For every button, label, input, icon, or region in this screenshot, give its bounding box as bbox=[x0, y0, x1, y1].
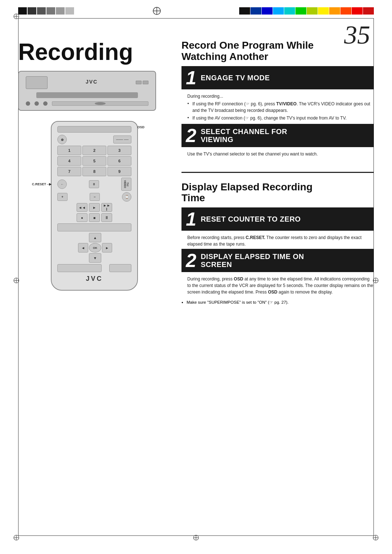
remote-btn-extra1[interactable] bbox=[57, 223, 131, 231]
remote-btn-extra3[interactable] bbox=[109, 264, 131, 272]
remote-btn-stop[interactable]: ■ bbox=[89, 213, 100, 222]
step-block-display: 2 DISPLAY ELAPSED TIME ON SCREEN bbox=[181, 249, 374, 272]
remote-btn-rewind[interactable]: ◄◄ bbox=[77, 203, 87, 212]
step-content-reset: Before recording starts, press C.RESET. … bbox=[181, 233, 374, 249]
remote-btn-pause[interactable]: II bbox=[101, 213, 112, 222]
dpad-empty-tl bbox=[78, 233, 88, 242]
reg-block bbox=[56, 7, 65, 15]
remote-btn-play[interactable]: ► bbox=[89, 203, 100, 212]
remote-transport-row2: ● ■ II bbox=[57, 213, 131, 222]
remote-btn-9[interactable]: 9 bbox=[107, 167, 131, 176]
reg-blocks-left bbox=[18, 7, 74, 15]
color-block-dark-red bbox=[363, 7, 374, 15]
reg-block bbox=[46, 7, 55, 15]
creset-label: C.RESET ─▶ bbox=[32, 182, 52, 186]
remote-btn-osd-right[interactable]: ─── ── bbox=[113, 136, 131, 143]
color-block-blue bbox=[262, 7, 273, 15]
remote-dpad: ▲ ◄ OK ► ▼ bbox=[78, 233, 111, 263]
remote-btn-plus[interactable]: + bbox=[57, 193, 68, 201]
color-block-yellow bbox=[318, 7, 329, 15]
section-record-while-watching: Record One Program While Watching Anothe… bbox=[181, 40, 374, 159]
corner-crosshair-bl bbox=[13, 534, 20, 541]
page-title: Recording bbox=[18, 40, 171, 64]
remote-btn-right[interactable]: ► bbox=[102, 243, 112, 252]
section-heading-2: Display Elapsed Recording Time bbox=[181, 182, 374, 204]
remote-btn-creset[interactable]: ← bbox=[57, 179, 67, 189]
left-column: Recording JVC bbox=[18, 40, 171, 532]
remote-btn-minus[interactable]: − bbox=[90, 193, 100, 201]
remote-btn-8[interactable]: 8 bbox=[82, 167, 106, 176]
remote-btn-0[interactable]: 0 bbox=[89, 180, 99, 188]
right-column: Record One Program While Watching Anothe… bbox=[181, 40, 374, 532]
top-border bbox=[18, 18, 374, 19]
section-heading-1: Record One Program While Watching Anothe… bbox=[181, 40, 374, 62]
remote-wrapper: OSD ◍ ─── ── 1 2 3 4 5 6 7 bbox=[18, 121, 171, 291]
remote-row-extra bbox=[57, 223, 131, 231]
remote-transport-row: ◄◄ ► ►► I bbox=[57, 203, 131, 212]
step-title-reset: RESET COUNTER TO ZERO bbox=[201, 215, 301, 223]
color-block-green bbox=[295, 7, 306, 15]
remote-btn-record[interactable]: ● bbox=[77, 213, 87, 222]
color-block-cyan bbox=[284, 7, 295, 15]
remote-btn-5[interactable]: 5 bbox=[82, 156, 106, 166]
reg-block bbox=[28, 7, 36, 15]
step-title-engage: ENGAGE TV MODE bbox=[201, 74, 270, 82]
main-content: Recording JVC bbox=[18, 40, 374, 532]
remote-btn-extra2[interactable] bbox=[57, 264, 102, 272]
section-divider bbox=[181, 172, 374, 173]
remote-btn-6[interactable]: 6 bbox=[107, 156, 131, 166]
vcr-button bbox=[34, 101, 39, 106]
center-crosshair bbox=[152, 7, 161, 15]
vcr-button bbox=[26, 101, 30, 106]
step-number-1b: 1 bbox=[186, 210, 196, 229]
remote-btn-left[interactable]: ◄ bbox=[78, 243, 88, 252]
color-block-red-orange bbox=[340, 7, 351, 15]
remote-btn-clock[interactable]: ⌚ bbox=[122, 192, 131, 202]
dpad-empty-bl bbox=[78, 253, 88, 263]
step-content-select: Use the TV's channel selector to set the… bbox=[181, 149, 374, 159]
color-block-cyan-blue bbox=[273, 7, 284, 15]
remote-btn-3[interactable]: 3 bbox=[107, 146, 131, 155]
remote-numpad: 1 2 3 4 5 6 7 8 9 bbox=[57, 146, 131, 176]
remote-btn-1[interactable]: 1 bbox=[57, 146, 81, 155]
remote-btn-up[interactable]: ▲ bbox=[89, 233, 101, 242]
step-title-display: DISPLAY ELAPSED TIME ON SCREEN bbox=[201, 252, 304, 268]
step-engage-bullets: If using the RF connection (☞ pg. 6), pr… bbox=[187, 101, 374, 121]
color-block-red bbox=[352, 7, 363, 15]
remote-row-extra2 bbox=[57, 264, 131, 272]
remote-btn-ffwd[interactable]: ►► I bbox=[101, 203, 112, 212]
remote-btn-cd[interactable]: ◍ bbox=[57, 135, 67, 144]
vcr-tape-slot bbox=[36, 92, 138, 98]
step-number-2a: 2 bbox=[186, 126, 196, 145]
osd-label: OSD bbox=[137, 125, 144, 129]
step-number-1a: 1 bbox=[186, 68, 196, 87]
corner-crosshair-tl bbox=[13, 13, 20, 20]
remote-btn-tvvideo[interactable]: TV/VIDEO bbox=[121, 178, 131, 191]
remote-control: OSD ◍ ─── ── 1 2 3 4 5 6 7 bbox=[51, 121, 138, 291]
remote-btn-7[interactable]: 7 bbox=[57, 167, 81, 176]
reg-block bbox=[65, 7, 74, 15]
step-title-select: SELECT CHANNEL FOR VIEWING bbox=[201, 128, 287, 143]
top-strip bbox=[18, 7, 374, 15]
color-blocks-right bbox=[239, 7, 374, 15]
remote-btn-down[interactable]: ▼ bbox=[89, 253, 101, 263]
section-elapsed-time: Display Elapsed Recording Time 1 RESET C… bbox=[181, 182, 374, 305]
remote-top-button[interactable] bbox=[57, 126, 131, 133]
color-block-yellow-green bbox=[307, 7, 318, 15]
dpad-empty-br bbox=[102, 253, 112, 263]
color-block-black bbox=[239, 7, 250, 15]
vcr-illustration: JVC bbox=[18, 71, 156, 111]
remote-row-creset: C.RESET ─▶ ← 0 TV/VIDEO bbox=[57, 178, 131, 191]
color-block-orange bbox=[329, 7, 340, 15]
step-content-display: During recording, press OSD at any time … bbox=[181, 274, 374, 297]
remote-row-osd: ◍ ─── ── bbox=[57, 135, 131, 144]
step-content-engage: During recording... If using the RF conn… bbox=[181, 92, 374, 124]
remote-row-plusminus: + − ⌚ bbox=[57, 192, 131, 202]
dpad-empty-tr bbox=[102, 233, 112, 242]
remote-btn-2[interactable]: 2 bbox=[82, 146, 106, 155]
vcr-brand-logo: JVC bbox=[86, 79, 98, 85]
remote-btn-4[interactable]: 4 bbox=[57, 156, 81, 166]
corner-crosshair-br bbox=[372, 534, 379, 541]
color-block-darkblue bbox=[250, 7, 261, 15]
remote-btn-ok[interactable]: OK bbox=[89, 243, 101, 252]
